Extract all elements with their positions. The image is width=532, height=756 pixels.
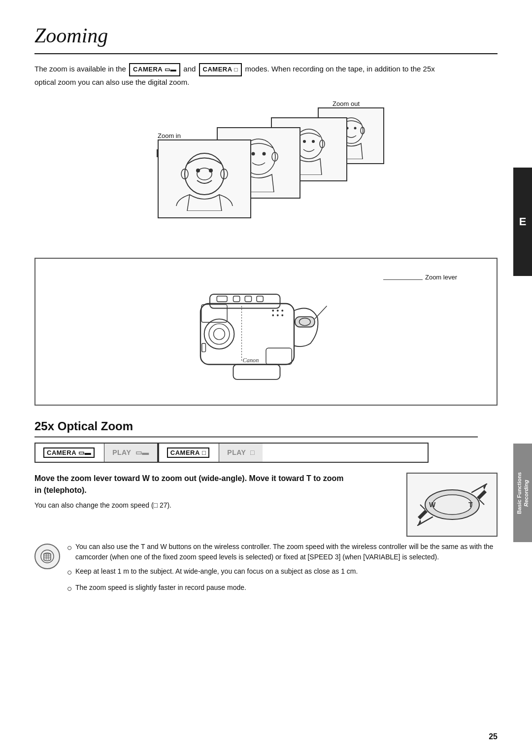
svg-rect-30 (257, 296, 263, 302)
tape-icon-2: □ (234, 65, 238, 74)
note-svg-icon (40, 549, 55, 564)
title-rule (34, 53, 498, 54)
instruction-section: W T Move the zoom lever toward W to zoom… (34, 473, 498, 537)
zoom-diagram: Zoom out (143, 100, 389, 253)
note-text-block: ○ You can also use the T and W buttons o… (67, 542, 498, 599)
note-bullet-2: ○ Keep at least 1 m to the subject. At w… (67, 566, 498, 579)
photo-frame-large (158, 139, 251, 218)
svg-rect-27 (217, 296, 227, 302)
svg-point-38 (272, 309, 274, 311)
tape-icon-1: ▭▬ (165, 65, 176, 74)
camera-badge-2: CAMERA □ (199, 63, 242, 76)
zoom-lever-line (383, 279, 423, 280)
optical-zoom-heading: 25x Optical Zoom (34, 419, 478, 438)
svg-text:W: W (429, 501, 436, 509)
mode-bar: CAMERA ▭▬ PLAY ▭▬ CAMERA □ PLAY □ (34, 443, 429, 463)
zoom-lever-label: Zoom lever (425, 274, 457, 281)
camcorder-box: Zoom lever (34, 258, 498, 406)
intro-paragraph: The zoom is available in the CAMERA ▭▬ a… (34, 63, 453, 88)
side-tab-letter: E (519, 215, 527, 228)
svg-point-25 (214, 328, 225, 340)
page-number: 25 (489, 732, 498, 741)
svg-rect-28 (233, 296, 240, 302)
note-icon (34, 544, 60, 569)
page-container: E Basic Functions Recording Zooming The … (0, 0, 532, 756)
notes-section: ○ You can also use the T and W buttons o… (34, 542, 498, 599)
camera-card-badge: CAMERA □ (167, 447, 210, 458)
svg-rect-35 (266, 348, 292, 364)
svg-text:Canon: Canon (243, 357, 259, 364)
svg-rect-29 (245, 296, 251, 302)
camcorder-illustration: Canon (172, 273, 360, 391)
svg-line-33 (315, 306, 327, 319)
mode-camera-tape: CAMERA ▭▬ (35, 444, 104, 462)
svg-point-40 (281, 309, 283, 311)
page-title: Zooming (34, 24, 498, 47)
mode-camera-card: CAMERA □ (159, 444, 220, 462)
svg-rect-21 (200, 304, 294, 365)
side-tab-e: E (513, 168, 532, 276)
zoom-lever-svg: W T (415, 480, 489, 529)
svg-point-18 (354, 127, 356, 129)
svg-point-43 (281, 314, 283, 316)
zoom-out-label: Zoom out (332, 100, 360, 107)
bullet-1: ○ (67, 542, 72, 554)
svg-point-8 (263, 152, 266, 156)
bullet-2: ○ (67, 566, 72, 579)
svg-point-12 (303, 140, 306, 143)
mode-play-tape: PLAY ▭▬ (104, 444, 158, 462)
svg-point-42 (277, 314, 279, 316)
svg-point-7 (252, 152, 255, 156)
zoom-illustration: Zoom out (34, 100, 498, 253)
svg-point-13 (312, 140, 315, 143)
mode-play-card: PLAY □ (219, 444, 263, 462)
svg-rect-44 (202, 344, 206, 352)
camera-badge-1: CAMERA ▭▬ (129, 63, 180, 76)
zoom-lever-image: W T (406, 473, 498, 537)
svg-point-3 (197, 168, 212, 180)
svg-text:T: T (468, 501, 473, 509)
svg-line-50 (420, 505, 425, 510)
section-tab-text: Basic Functions Recording (516, 472, 530, 514)
svg-point-24 (209, 324, 230, 344)
note-bullet-1: ○ You can also use the T and W buttons o… (67, 542, 498, 562)
baby-svg-large (167, 147, 241, 211)
section-tab: Basic Functions Recording (513, 444, 532, 542)
bullet-3: ○ (67, 583, 72, 595)
svg-point-0 (185, 153, 224, 195)
main-instruction: Move the zoom lever toward W to zoom out… (34, 473, 350, 496)
svg-point-39 (277, 309, 279, 311)
camera-tape-badge: CAMERA ▭▬ (43, 447, 95, 458)
svg-rect-34 (233, 364, 280, 379)
svg-point-41 (272, 314, 274, 316)
note-bullet-3: ○ The zoom speed is slightly faster in r… (67, 583, 498, 595)
svg-line-49 (479, 500, 484, 505)
svg-point-46 (432, 495, 472, 515)
zoom-in-label: Zoom in (158, 132, 181, 139)
